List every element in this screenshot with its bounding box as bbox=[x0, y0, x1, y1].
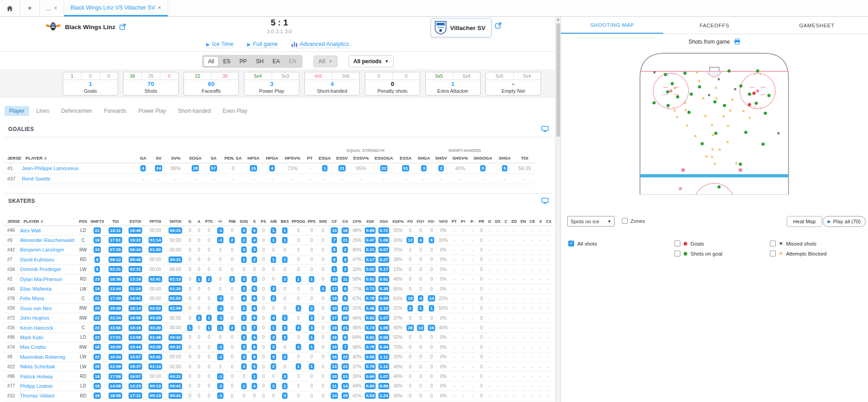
shot-on-goal-marker[interactable] bbox=[718, 185, 721, 188]
column-header-esga[interactable]: ESGA bbox=[316, 154, 333, 163]
printer-icon[interactable] bbox=[734, 39, 740, 45]
column-header-sa[interactable]: SA bbox=[205, 154, 222, 163]
blocked-shot-marker[interactable]: ✕ bbox=[705, 155, 708, 159]
column-header-+-[interactable]: +/- bbox=[214, 217, 226, 226]
column-header-bks[interactable]: BKS bbox=[279, 217, 291, 226]
column-header-hpsv%[interactable]: HPSV% bbox=[282, 154, 303, 163]
shot-on-goal-marker[interactable] bbox=[667, 104, 670, 107]
missed-shots-checkbox[interactable] bbox=[770, 241, 776, 246]
shot-on-goal-marker[interactable] bbox=[723, 104, 726, 107]
column-header-ppsog[interactable]: PPSOG bbox=[291, 217, 306, 226]
column-header-s[interactable]: S bbox=[250, 217, 259, 226]
column-header-ca[interactable]: CA bbox=[340, 217, 351, 226]
column-header-p+[interactable]: P+ bbox=[459, 217, 468, 226]
shot-on-goal-marker[interactable] bbox=[684, 72, 687, 75]
blocked-shot-marker[interactable]: ✕ bbox=[676, 116, 679, 119]
column-header-c[interactable]: C bbox=[502, 217, 510, 226]
external-link-icon[interactable] bbox=[495, 22, 501, 29]
scrollbar[interactable]: ▲ bbox=[555, 17, 560, 402]
blocked-shot-marker[interactable]: ✕ bbox=[674, 109, 677, 113]
column-header-dx[interactable]: DX bbox=[493, 217, 502, 226]
column-header-essv[interactable]: ESSV bbox=[333, 154, 351, 163]
shot-on-goal-marker[interactable] bbox=[756, 70, 759, 73]
blocked-shot-marker[interactable]: ✕ bbox=[695, 71, 699, 75]
shots-on-goal-checkbox[interactable] bbox=[675, 251, 680, 256]
tab-even-play[interactable]: Even Play bbox=[218, 106, 252, 116]
shot-on-goal-marker[interactable] bbox=[690, 93, 693, 96]
shot-on-goal-marker[interactable] bbox=[739, 84, 743, 87]
blocked-shot-marker[interactable]: ✕ bbox=[686, 124, 689, 128]
tab-defencemen[interactable]: Defencemen bbox=[57, 106, 97, 116]
tab-player[interactable]: Player bbox=[5, 106, 29, 116]
shot-on-goal-marker[interactable] bbox=[739, 162, 742, 166]
tab-gamesheet[interactable]: GAMESHEET bbox=[766, 17, 868, 34]
shot-on-goal-marker[interactable] bbox=[728, 70, 731, 73]
column-header-ce[interactable]: CE bbox=[528, 217, 537, 226]
column-header-player[interactable]: PLAYER⇵ bbox=[20, 217, 77, 226]
blocked-shot-marker[interactable]: ✕ bbox=[710, 156, 714, 159]
column-header-fo[interactable]: FO bbox=[405, 217, 415, 226]
blocked-shot-marker[interactable]: ✕ bbox=[727, 125, 730, 128]
column-header-ga[interactable]: GA bbox=[135, 154, 151, 163]
player-link[interactable]: Max Coatta bbox=[20, 344, 45, 350]
column-header-a[interactable]: A bbox=[194, 217, 203, 226]
column-header-shsv[interactable]: SHSV bbox=[432, 154, 450, 163]
shot-on-goal-marker[interactable] bbox=[666, 90, 670, 94]
tab-shooting-map[interactable]: SHOOTING MAP bbox=[561, 17, 663, 34]
column-header-soga[interactable]: SOGA bbox=[185, 154, 205, 163]
column-header-en[interactable]: EN bbox=[519, 217, 528, 226]
column-header-sv%[interactable]: SV% bbox=[166, 154, 185, 163]
shot-on-goal-marker[interactable] bbox=[744, 131, 747, 134]
blocked-shot-marker[interactable]: ✕ bbox=[742, 110, 745, 113]
advanced-analytics-link[interactable]: Advanced Analytics bbox=[292, 41, 349, 48]
column-header-pptoi[interactable]: PPTOI bbox=[145, 217, 165, 226]
blocked-shot-marker[interactable]: ✕ bbox=[698, 80, 701, 83]
player-link[interactable]: Alex Wall bbox=[20, 228, 40, 233]
shot-on-goal-marker[interactable] bbox=[768, 94, 771, 97]
blocked-shot-marker[interactable]: ✕ bbox=[684, 101, 687, 105]
blocked-shot-marker[interactable]: ✕ bbox=[684, 109, 687, 112]
shot-on-goal-marker[interactable] bbox=[652, 101, 655, 104]
player-link[interactable]: Felix Maxa bbox=[20, 296, 44, 301]
blocked-shot-marker[interactable]: ✕ bbox=[712, 134, 715, 137]
column-header-hpga[interactable]: HPGA bbox=[263, 154, 282, 163]
column-header-pt[interactable]: PT bbox=[303, 154, 316, 163]
goal-marker[interactable] bbox=[679, 187, 682, 190]
player-link[interactable]: Thomas Vallant bbox=[20, 393, 55, 398]
blocked-shot-marker[interactable]: ✕ bbox=[715, 97, 718, 100]
situation-filter-pp[interactable]: PP bbox=[235, 57, 251, 66]
goal-marker[interactable] bbox=[752, 92, 755, 95]
player-link[interactable]: Daniil Kulintsev bbox=[20, 257, 54, 262]
column-header-pos[interactable]: POS bbox=[77, 217, 89, 226]
column-header-ps[interactable]: PS bbox=[259, 217, 268, 226]
shot-on-goal-marker[interactable] bbox=[714, 131, 718, 135]
scroll-up-arrow[interactable]: ▲ bbox=[556, 17, 561, 22]
background-tab[interactable]: ... × bbox=[40, 0, 64, 16]
column-header-cx[interactable]: CX bbox=[544, 217, 553, 226]
column-header-shs[interactable]: SHS bbox=[317, 217, 329, 226]
shot-on-goal-marker[interactable] bbox=[700, 142, 704, 145]
missed-shot-marker[interactable]: ✕ bbox=[653, 71, 656, 75]
blocked-shot-marker[interactable]: ✕ bbox=[711, 148, 714, 151]
blocked-shot-marker[interactable]: ✕ bbox=[704, 115, 707, 118]
column-header-essa[interactable]: ESSA bbox=[396, 154, 415, 163]
missed-shot-marker[interactable]: ✕ bbox=[734, 88, 737, 91]
missed-shot-marker[interactable]: ✕ bbox=[708, 94, 711, 97]
player-link[interactable]: Benjamin Lanzinger bbox=[20, 247, 64, 252]
team-filter-dropdown[interactable]: All ▼ bbox=[313, 55, 337, 67]
column-header-toi[interactable]: TOI bbox=[105, 217, 125, 226]
column-header-%fo[interactable]: %FO bbox=[437, 217, 450, 226]
column-header-jersey[interactable]: JERSEY bbox=[4, 154, 22, 163]
player-link[interactable]: John Hughes bbox=[20, 315, 50, 321]
column-header-estoi[interactable]: ESTOI bbox=[125, 217, 145, 226]
away-team-card[interactable]: Villacher SV bbox=[431, 18, 491, 37]
blocked-shot-marker[interactable]: ✕ bbox=[713, 162, 716, 166]
column-header-toi[interactable]: TOI bbox=[514, 154, 535, 163]
blocked-shot-marker[interactable]: ✕ bbox=[729, 109, 732, 113]
column-header-xgf%[interactable]: XGF% bbox=[391, 217, 405, 226]
column-header-player[interactable]: PLAYER⇵ bbox=[22, 154, 135, 163]
heat-map-button[interactable]: Heat Map bbox=[787, 216, 822, 227]
shot-on-goal-marker[interactable] bbox=[761, 142, 764, 146]
column-header-fo+[interactable]: FO+ bbox=[415, 217, 426, 226]
column-header-shsoga[interactable]: SHSOGA bbox=[471, 154, 495, 163]
